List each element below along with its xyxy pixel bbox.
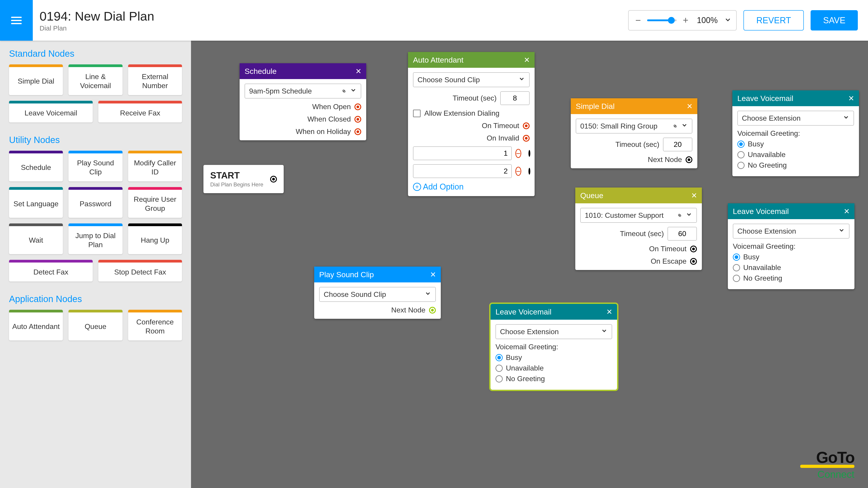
- output-port[interactable]: [523, 123, 530, 129]
- auto-attendant-node[interactable]: Auto Attendant × Choose Sound Clip Timeo…: [408, 52, 535, 196]
- greeting-unavailable[interactable]: Unavailable: [495, 364, 612, 372]
- close-icon[interactable]: ×: [355, 66, 361, 76]
- palette-label: Require User Group: [128, 190, 182, 218]
- zoom-slider[interactable]: [647, 20, 677, 21]
- remove-option-button[interactable]: −: [515, 167, 521, 176]
- palette-label: Play Sound Clip: [68, 153, 122, 182]
- greeting-unavailable[interactable]: Unavailable: [733, 263, 849, 272]
- simple-dial-header[interactable]: Simple Dial ×: [571, 98, 698, 114]
- palette-item[interactable]: Simple Dial: [9, 64, 63, 95]
- title-block: 0194: New Dial Plan Dial Plan: [33, 9, 154, 32]
- close-icon[interactable]: ×: [687, 101, 692, 111]
- output-port[interactable]: [354, 103, 361, 110]
- zoom-in-button[interactable]: +: [681, 15, 690, 26]
- greeting-none[interactable]: No Greeting: [733, 274, 849, 283]
- leave-voicemail-node[interactable]: Leave Voicemail × Choose Extension Voice…: [728, 203, 855, 289]
- palette-item[interactable]: Line & Voicemail: [68, 64, 122, 95]
- extension-select[interactable]: Choose Extension: [495, 324, 612, 339]
- output-port[interactable]: [429, 307, 436, 314]
- greeting-none[interactable]: No Greeting: [495, 375, 612, 383]
- palette-item[interactable]: Require User Group: [128, 187, 182, 218]
- voicemail-header[interactable]: Leave Voicemail ×: [491, 304, 617, 320]
- palette-item[interactable]: Auto Attendant: [9, 310, 63, 340]
- play-sound-node[interactable]: Play Sound Clip × Choose Sound Clip Next…: [314, 267, 441, 319]
- voicemail-header[interactable]: Leave Voicemail ×: [728, 203, 855, 219]
- revert-button[interactable]: REVERT: [743, 10, 804, 31]
- chevron-down-icon: [425, 290, 431, 299]
- greeting-unavailable[interactable]: Unavailable: [737, 151, 854, 159]
- close-icon[interactable]: ×: [844, 206, 849, 216]
- queue-node[interactable]: Queue × 1010: Customer Support ⚭ Timeout…: [575, 188, 702, 270]
- schedule-node[interactable]: Schedule × 9am-5pm Schedule ⚭ When Open …: [240, 63, 366, 140]
- close-icon[interactable]: ×: [524, 55, 530, 65]
- palette-item[interactable]: Detect Fax: [9, 260, 93, 282]
- timeout-input[interactable]: [668, 227, 697, 240]
- timeout-input[interactable]: [500, 91, 530, 105]
- output-port[interactable]: [523, 135, 530, 142]
- palette-item[interactable]: Hang Up: [128, 223, 182, 254]
- greeting-none[interactable]: No Greeting: [737, 161, 854, 169]
- output-port[interactable]: [686, 156, 692, 163]
- add-option-button[interactable]: +Add Option: [413, 182, 530, 192]
- start-node[interactable]: START Dial Plan Begins Here: [204, 165, 284, 193]
- palette-item[interactable]: Receive Fax: [98, 101, 182, 123]
- queue-header[interactable]: Queue ×: [575, 188, 702, 203]
- greeting-busy[interactable]: Busy: [737, 140, 854, 148]
- output-port[interactable]: [270, 176, 277, 183]
- palette-item[interactable]: Leave Voicemail: [9, 101, 93, 123]
- zoom-out-button[interactable]: −: [633, 15, 643, 26]
- output-port[interactable]: [354, 116, 361, 123]
- play-sound-header[interactable]: Play Sound Clip ×: [314, 267, 441, 283]
- output-port[interactable]: [690, 246, 697, 252]
- palette-label: Stop Detect Fax: [98, 263, 182, 282]
- remove-option-button[interactable]: −: [515, 149, 521, 158]
- queue-select[interactable]: 1010: Customer Support ⚭: [580, 208, 697, 223]
- leave-voicemail-node-selected[interactable]: Leave Voicemail × Choose Extension Voice…: [491, 304, 617, 390]
- timeout-input[interactable]: [663, 138, 692, 151]
- chevron-down-icon[interactable]: [724, 17, 731, 24]
- close-icon[interactable]: ×: [430, 270, 436, 279]
- palette-item[interactable]: External Number: [128, 64, 182, 95]
- auto-attendant-header[interactable]: Auto Attendant ×: [408, 52, 535, 68]
- output-port[interactable]: [354, 128, 361, 135]
- greeting-busy[interactable]: Busy: [733, 253, 849, 261]
- leave-voicemail-node[interactable]: Leave Voicemail × Choose Extension Voice…: [733, 90, 859, 176]
- soundclip-select[interactable]: Choose Sound Clip: [319, 287, 436, 302]
- palette-item[interactable]: Conference Room: [128, 310, 182, 340]
- palette-item[interactable]: Play Sound Clip: [68, 151, 122, 182]
- simple-dial-node[interactable]: Simple Dial × 0150: Small Ring Group ⚭ T…: [571, 98, 698, 168]
- palette-item[interactable]: Wait: [9, 223, 63, 254]
- palette-item[interactable]: Jump to Dial Plan: [68, 223, 122, 254]
- close-icon[interactable]: ×: [848, 94, 854, 103]
- palette-label: Auto Attendant: [9, 313, 63, 340]
- start-subtitle: Dial Plan Begins Here: [210, 182, 264, 188]
- menu-button[interactable]: [0, 0, 33, 41]
- ring-group-select[interactable]: 0150: Small Ring Group ⚭: [576, 119, 692, 133]
- palette-item[interactable]: Modify Caller ID: [128, 151, 182, 182]
- option-input[interactable]: [413, 147, 512, 160]
- save-button[interactable]: SAVE: [811, 10, 858, 31]
- palette-item[interactable]: Password: [68, 187, 122, 218]
- plus-icon: +: [413, 183, 421, 191]
- palette-item[interactable]: Schedule: [9, 151, 63, 182]
- close-icon[interactable]: ×: [607, 307, 612, 317]
- palette-label: Set Language: [9, 190, 63, 218]
- close-icon[interactable]: ×: [691, 191, 697, 200]
- option-input[interactable]: [413, 164, 512, 178]
- extension-select[interactable]: Choose Extension: [737, 111, 854, 126]
- output-port[interactable]: [528, 168, 530, 175]
- allow-ext-checkbox[interactable]: [413, 109, 421, 117]
- palette-item[interactable]: Set Language: [9, 187, 63, 218]
- extension-select[interactable]: Choose Extension: [733, 224, 849, 238]
- soundclip-select[interactable]: Choose Sound Clip: [413, 72, 530, 87]
- dial-plan-canvas[interactable]: START Dial Plan Begins Here Schedule × 9…: [191, 41, 868, 488]
- voicemail-header[interactable]: Leave Voicemail ×: [733, 90, 859, 106]
- schedule-select[interactable]: 9am-5pm Schedule ⚭: [245, 84, 361, 98]
- output-port[interactable]: [690, 258, 697, 265]
- schedule-header[interactable]: Schedule ×: [240, 63, 366, 79]
- palette-item[interactable]: Queue: [68, 310, 122, 340]
- palette-item[interactable]: Stop Detect Fax: [98, 260, 182, 282]
- node-palette: Standard Nodes Simple DialLine & Voicema…: [0, 41, 191, 488]
- greeting-busy[interactable]: Busy: [495, 353, 612, 362]
- output-port[interactable]: [528, 150, 530, 157]
